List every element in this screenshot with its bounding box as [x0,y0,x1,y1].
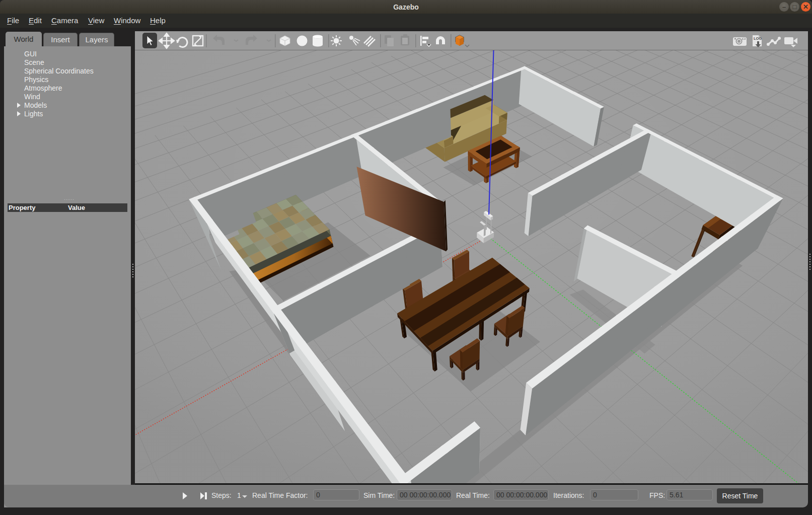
svg-text:LOG: LOG [754,36,762,41]
